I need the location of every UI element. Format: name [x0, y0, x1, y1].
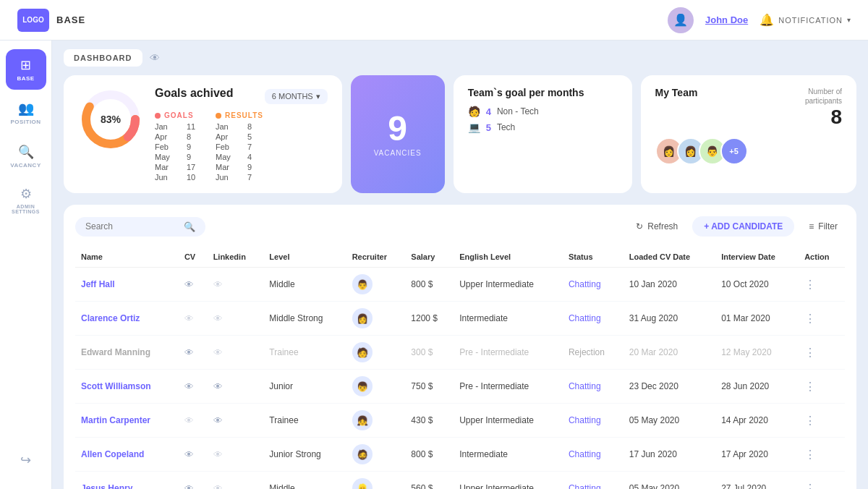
col-level: Level — [263, 247, 346, 268]
cv-date-text: 23 Dec 2020 — [629, 381, 678, 391]
content-area: DASHBOARD 👁 83% — [52, 41, 868, 489]
cv-eye-icon[interactable]: 👁 — [184, 415, 194, 426]
salary-text: 300 $ — [411, 347, 433, 357]
linkedin-eye-icon[interactable]: 👁 — [213, 483, 223, 490]
candidate-name-link[interactable]: Martin Carpenter — [81, 415, 150, 425]
cell-english: Upper Intermediate — [454, 404, 563, 438]
cv-eye-icon[interactable]: 👁 — [184, 483, 194, 490]
sidebar-item-position[interactable]: 👥 POSITION — [6, 93, 46, 133]
recruiter-avatar: 👦 — [352, 376, 373, 396]
action-menu-button[interactable]: ⋮ — [804, 380, 817, 393]
eye-icon[interactable]: 👁 — [150, 52, 160, 64]
cell-english: Pre - Intermediate — [454, 336, 563, 370]
cv-date-text: 05 May 2020 — [629, 483, 679, 489]
cv-date-text: 31 Aug 2020 — [629, 313, 678, 323]
filter-button[interactable]: ≡ Filter — [801, 217, 845, 236]
search-box[interactable]: 🔍 — [75, 217, 205, 237]
col-action: Action — [799, 247, 845, 268]
cell-recruiter: 🧑 — [346, 336, 406, 370]
notification-area[interactable]: 🔔 NOTIFICATION ▾ — [760, 13, 851, 27]
interview-date-text: 12 May 2020 — [721, 347, 771, 357]
sidebar-label-vacancy: VACANCY — [10, 162, 41, 169]
cell-level: Middle — [263, 268, 346, 302]
candidate-name-link[interactable]: Jesus Henry — [81, 483, 132, 489]
sidebar-item-logout[interactable]: ↪ — [6, 440, 46, 480]
cell-recruiter: 🧔 — [346, 438, 406, 472]
chevron-down-icon: ▾ — [316, 92, 320, 101]
cell-level: Trainee — [263, 404, 346, 438]
non-tech-label: Non - Tech — [497, 106, 539, 116]
cv-eye-icon[interactable]: 👁 — [184, 381, 194, 392]
my-team-title: My Team — [655, 87, 698, 98]
action-menu-button[interactable]: ⋮ — [804, 346, 817, 359]
non-tech-row: 🧑 4 Non - Tech — [468, 106, 618, 117]
candidate-name-link[interactable]: Allen Copeland — [81, 449, 144, 459]
sidebar-item-base[interactable]: ⊞ BASE — [6, 49, 46, 90]
english-level-text: Pre - Intermediate — [459, 347, 529, 357]
cv-eye-icon[interactable]: 👁 — [184, 279, 194, 290]
cell-cv-date: 20 Mar 2020 — [624, 336, 715, 370]
cv-eye-icon[interactable]: 👁 — [184, 313, 194, 324]
results-col: RESULTS Jan8 Apr5 Feb7 May4 Mar9 Jun7 — [216, 111, 263, 182]
candidate-name-link[interactable]: Scott Williamson — [81, 381, 151, 391]
sidebar-item-vacancy[interactable]: 🔍 VACANCY — [6, 136, 46, 177]
cell-action: ⋮ — [799, 268, 845, 302]
table-body: Jeff Hall 👁 👁 Middle 👨 800 $ Upper Inter… — [75, 268, 845, 490]
action-menu-button[interactable]: ⋮ — [804, 414, 817, 427]
salary-text: 800 $ — [411, 279, 433, 289]
candidate-name-link[interactable]: Edward Manning — [81, 347, 150, 357]
logo-box: LOGO — [17, 9, 49, 32]
cv-eye-icon[interactable]: 👁 — [184, 449, 194, 460]
tech-row: 💻 5 Tech — [468, 122, 618, 133]
linkedin-eye-icon[interactable]: 👁 — [213, 415, 223, 426]
user-name-link[interactable]: John Doe — [705, 14, 748, 25]
interview-date-text: 14 Apr 2020 — [721, 415, 768, 425]
cell-action: ⋮ — [799, 472, 845, 490]
goals-dropdown[interactable]: 6 MONTHS ▾ — [265, 89, 328, 104]
candidate-name-link[interactable]: Jeff Hall — [81, 279, 115, 289]
linkedin-eye-icon[interactable]: 👁 — [213, 313, 223, 324]
status-badge: Rejection — [569, 347, 605, 357]
candidate-name-link[interactable]: Clarence Ortiz — [81, 313, 140, 323]
participants-count-area: Number ofparticipants 8 — [805, 87, 842, 129]
cell-cv-date: 31 Aug 2020 — [624, 302, 715, 336]
dashboard-tab[interactable]: DASHBOARD — [64, 49, 142, 67]
english-level-text: Upper Intermediate — [459, 279, 534, 289]
bell-icon: 🔔 — [760, 13, 774, 27]
action-menu-button[interactable]: ⋮ — [804, 448, 817, 461]
search-input[interactable] — [85, 221, 178, 231]
linkedin-eye-icon[interactable]: 👁 — [213, 347, 223, 358]
goals-col: GOALS Jan11 Apr8 Feb9 May9 Mar17 Jun10 — [155, 111, 201, 182]
cell-recruiter: 👧 — [346, 404, 406, 438]
cell-salary: 560 $ — [405, 472, 454, 490]
cv-eye-icon[interactable]: 👁 — [184, 347, 194, 358]
add-candidate-button[interactable]: + ADD CANDIDATE — [692, 216, 794, 237]
search-icon: 🔍 — [18, 144, 34, 160]
level-text: Junior — [269, 381, 293, 391]
main-layout: ⊞ BASE 👥 POSITION 🔍 VACANCY ⚙ ADMIN SETT… — [0, 41, 868, 489]
action-menu-button[interactable]: ⋮ — [804, 278, 817, 291]
sidebar-item-admin-settings[interactable]: ⚙ ADMIN SETTINGS — [6, 179, 46, 220]
linkedin-eye-icon[interactable]: 👁 — [213, 381, 223, 392]
sidebar: ⊞ BASE 👥 POSITION 🔍 VACANCY ⚙ ADMIN SETT… — [0, 41, 52, 489]
cell-action: ⋮ — [799, 370, 845, 404]
linkedin-eye-icon[interactable]: 👁 — [213, 449, 223, 460]
table-toolbar: 🔍 ↻ Refresh + ADD CANDIDATE ≡ Filter — [75, 216, 845, 237]
english-level-text: Upper Intermediate — [459, 483, 534, 489]
donut-percent: 83% — [101, 114, 121, 125]
grid-icon: ⊞ — [20, 57, 31, 73]
nav-right: 👤 John Doe 🔔 NOTIFICATION ▾ — [668, 7, 851, 33]
cell-linkedin: 👁 — [208, 302, 264, 336]
cell-status: Rejection — [563, 336, 624, 370]
cell-action: ⋮ — [799, 438, 845, 472]
action-menu-button[interactable]: ⋮ — [804, 482, 817, 490]
cell-recruiter: 👩 — [346, 302, 406, 336]
donut-chart: 83% — [78, 87, 143, 152]
sidebar-label-position: POSITION — [10, 119, 41, 125]
english-level-text: Intermediate — [459, 313, 508, 323]
action-menu-button[interactable]: ⋮ — [804, 312, 817, 325]
cv-date-text: 17 Jun 2020 — [629, 449, 677, 459]
refresh-button[interactable]: ↻ Refresh — [629, 217, 685, 236]
cell-level: Junior — [263, 370, 346, 404]
linkedin-eye-icon[interactable]: 👁 — [213, 279, 223, 290]
